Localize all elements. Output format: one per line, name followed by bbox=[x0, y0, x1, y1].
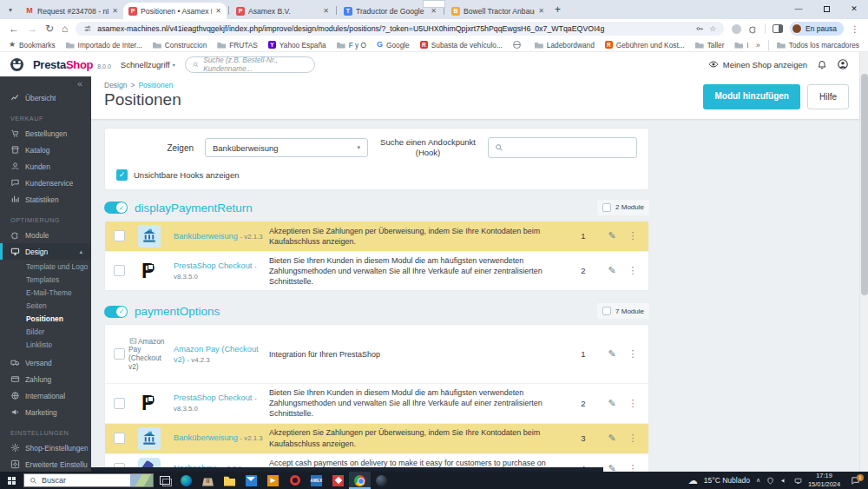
sidebar-item-versand[interactable]: Versand bbox=[0, 354, 91, 371]
chrome-app-active[interactable] bbox=[349, 472, 371, 489]
sidebar-item-marketing[interactable]: Marketing bbox=[0, 404, 91, 420]
module-link[interactable]: Banküberweisung - v2.1.3 bbox=[174, 231, 269, 241]
sidebar-sub-email-theme[interactable]: E-Mail-Theme bbox=[0, 286, 91, 299]
shield-icon[interactable] bbox=[766, 477, 774, 485]
bookmark-item[interactable]: Ladebordwand bbox=[535, 41, 595, 50]
row-menu-icon[interactable]: ⋮ bbox=[626, 348, 640, 360]
browser-menu-icon[interactable]: ⋮ bbox=[851, 24, 859, 34]
hook-toggle[interactable]: ✓ bbox=[104, 306, 128, 318]
tab-close-icon[interactable]: ✕ bbox=[323, 7, 329, 15]
hook-search-input[interactable] bbox=[510, 138, 636, 157]
address-bar[interactable]: asamex-machines.nl/v41ieagthvqgekjf/inde… bbox=[76, 22, 724, 36]
network-icon[interactable] bbox=[794, 477, 802, 485]
browser-tab-3[interactable]: P Asamex B.V. ✕ bbox=[231, 3, 334, 19]
bookmark-item[interactable]: ★Bookmarks bbox=[9, 41, 56, 50]
bookmark-item[interactable]: Taller bbox=[695, 41, 725, 50]
edit-pencil-icon[interactable]: ✎ bbox=[598, 265, 626, 276]
row-menu-icon[interactable]: ⋮ bbox=[626, 463, 640, 472]
bookmark-item[interactable]: Construccion bbox=[153, 41, 207, 50]
tab-search-icon[interactable]: ▾ bbox=[3, 3, 17, 17]
hook-search-field[interactable] bbox=[488, 137, 637, 158]
view-shop-link[interactable]: Meinen Shop anzeigen bbox=[708, 59, 807, 69]
bookmark-item[interactable]: GGoogle bbox=[377, 41, 410, 50]
edit-pencil-icon[interactable]: ✎ bbox=[598, 230, 626, 241]
browser-tab-2-active[interactable]: P Positionen • Asamex B.V. ✕ bbox=[123, 3, 227, 19]
sidebar-sub-templates[interactable]: Templates bbox=[0, 273, 91, 286]
bookmarks-overflow-icon[interactable]: » bbox=[756, 41, 760, 50]
hook-name[interactable]: paymentOptions bbox=[135, 305, 220, 318]
bookmark-item[interactable]: YYahoo España bbox=[268, 41, 326, 50]
dark-app[interactable] bbox=[371, 472, 392, 489]
module-link[interactable]: PrestaShop Checkout - v8.3.5.0 bbox=[174, 261, 269, 281]
row-menu-icon[interactable]: ⋮ bbox=[626, 398, 640, 409]
sidebar-collapse-button[interactable]: « bbox=[0, 76, 91, 89]
notifications-bell-icon[interactable] bbox=[817, 59, 827, 69]
start-button[interactable] bbox=[0, 472, 23, 489]
row-checkbox[interactable] bbox=[114, 398, 125, 409]
invisible-hooks-checkbox[interactable]: ✓ bbox=[116, 169, 128, 181]
movies-app[interactable]: ▶ bbox=[262, 472, 284, 489]
extension-icon[interactable] bbox=[732, 24, 741, 34]
bookmark-item[interactable]: FRUTAS bbox=[217, 41, 258, 50]
row-checkbox[interactable] bbox=[114, 348, 125, 360]
sidebar-item-kundenservice[interactable]: Kundenservice bbox=[0, 175, 91, 191]
page-scrollbar[interactable] bbox=[859, 52, 868, 472]
all-bookmarks[interactable]: Todos los marcadores bbox=[777, 41, 859, 50]
sidebar-sub-template-und-logo[interactable]: Template und Logo bbox=[0, 260, 91, 273]
select-all-checkbox[interactable] bbox=[602, 307, 611, 315]
tab-close-icon[interactable]: ✕ bbox=[538, 7, 544, 15]
photos-app[interactable] bbox=[327, 472, 349, 489]
row-menu-icon[interactable]: ⋮ bbox=[626, 230, 640, 241]
module-link[interactable]: Banküberweisung - v2.1.3 bbox=[174, 433, 269, 443]
row-menu-icon[interactable]: ⋮ bbox=[626, 265, 640, 276]
sidebar-item-uebersicht[interactable]: Übersicht bbox=[0, 89, 91, 106]
bookmark-item[interactable]: RSubasta de vehículo... bbox=[420, 41, 503, 50]
hook-toggle[interactable]: ✓ bbox=[104, 202, 128, 214]
sidebar-sub-linkliste[interactable]: Linkliste bbox=[0, 338, 91, 351]
row-checkbox[interactable] bbox=[114, 230, 125, 241]
hook-name[interactable]: displayPaymentReturn bbox=[135, 202, 253, 215]
bookmark-item[interactable] bbox=[513, 41, 524, 49]
tab-close-icon[interactable]: ✕ bbox=[215, 7, 221, 15]
speaker-icon[interactable] bbox=[780, 477, 788, 485]
file-explorer-app[interactable] bbox=[219, 472, 240, 489]
sidebar-item-module[interactable]: Module bbox=[0, 227, 91, 243]
home-icon[interactable]: ⌂ bbox=[62, 23, 68, 34]
select-all-checkbox[interactable] bbox=[602, 203, 611, 212]
bookmark-item[interactable]: RGebühren und Kost... bbox=[605, 41, 685, 50]
module-filter-select[interactable]: Banküberweisung▾ bbox=[205, 138, 368, 157]
new-tab-button[interactable]: + bbox=[555, 3, 561, 16]
sidebar-item-kunden[interactable]: Kunden bbox=[0, 158, 91, 175]
clock[interactable]: 17:19 15/01/2024 bbox=[808, 472, 840, 488]
tab-close-icon[interactable]: ✕ bbox=[431, 7, 437, 15]
task-view-button[interactable] bbox=[154, 472, 175, 489]
extensions-puzzle-icon[interactable] bbox=[748, 24, 758, 34]
sidebar-item-shop-einstellungen[interactable]: Shop-Einstellungen bbox=[0, 439, 91, 456]
amex-app[interactable]: AMEX bbox=[306, 472, 327, 489]
sidebar-item-erweiterte-einstellungen[interactable]: Erweiterte Einstellungen bbox=[0, 456, 91, 472]
side-panel-icon[interactable] bbox=[773, 24, 783, 33]
sidebar-sub-seiten[interactable]: Seiten bbox=[0, 299, 91, 312]
row-checkbox[interactable] bbox=[114, 265, 125, 276]
breadcrumb-parent[interactable]: Design bbox=[104, 81, 127, 89]
sidebar-item-zahlung[interactable]: Zahlung bbox=[0, 371, 91, 387]
scrollbar-thumb[interactable] bbox=[861, 74, 868, 295]
sidebar-sub-bilder[interactable]: Bilder bbox=[0, 325, 91, 338]
site-settings-icon[interactable] bbox=[83, 24, 92, 33]
edge-app[interactable] bbox=[175, 472, 197, 489]
sidebar-item-international[interactable]: International bbox=[0, 387, 91, 404]
quick-access-dropdown[interactable]: Schnellzugriff▾ bbox=[121, 60, 175, 69]
bookmark-item[interactable]: Importados (5) bbox=[734, 41, 747, 50]
store-app[interactable]: ii bbox=[197, 472, 219, 489]
admin-search-input[interactable]: Suche (z.B. Bestell-Nr., Kundenname... bbox=[185, 56, 315, 73]
minimize-button[interactable]: — bbox=[785, 0, 812, 17]
module-link[interactable]: Amazon Pay (Checkout v2) - v4.2.3 bbox=[174, 344, 269, 365]
row-menu-icon[interactable]: ⋮ bbox=[626, 433, 640, 444]
tab-close-icon[interactable]: ✕ bbox=[112, 7, 118, 15]
edit-pencil-icon[interactable]: ✎ bbox=[598, 433, 626, 444]
browser-tab-5[interactable]: B Bowell Tractor Anbaugeräte, Fr... ✕ bbox=[446, 3, 549, 19]
back-icon[interactable]: ← bbox=[9, 23, 19, 34]
sidebar-sub-positionen[interactable]: Positionen bbox=[0, 312, 91, 325]
edit-pencil-icon[interactable]: ✎ bbox=[598, 398, 626, 409]
row-checkbox[interactable] bbox=[114, 433, 125, 444]
